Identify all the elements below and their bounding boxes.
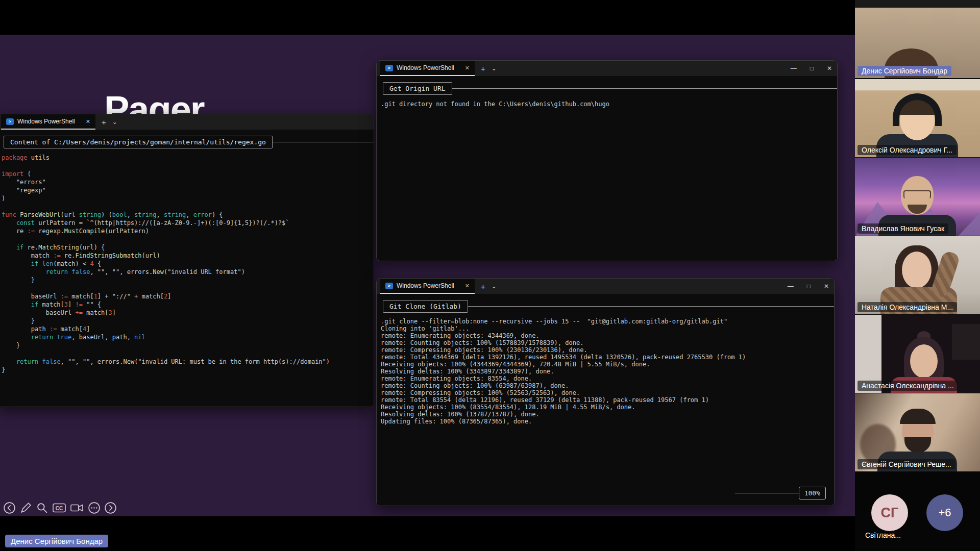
close-button[interactable]: ✕ (824, 283, 829, 290)
section-title-row: Get Origin URL (383, 82, 837, 95)
participant-name-label: Світлана... (865, 531, 901, 539)
terminal-line (2, 284, 374, 292)
zoom-icon[interactable] (36, 502, 48, 514)
terminal-line: remote: Compressing objects: 100% (52563… (381, 389, 834, 396)
more-icon[interactable] (88, 502, 101, 514)
powershell-icon: > (6, 118, 14, 125)
tab-dropdown-icon[interactable]: ⌄ (492, 65, 497, 72)
terminal-line: remote: Counting objects: 100% (1578839/… (381, 339, 834, 346)
terminal-line: re := regexp.MustCompile(urlPattern) (2, 227, 374, 235)
participant-tile[interactable]: Наталія Олександрівна М... (855, 236, 980, 314)
new-tab-button[interactable]: + (481, 282, 485, 291)
terminal-line: if len(match) < 4 { (2, 260, 374, 268)
terminal-line: remote: Compressing objects: 100% (23013… (381, 346, 834, 354)
participants-sidebar: Денис Сергійович Бондар Олексій Олександ… (855, 0, 980, 551)
terminal-line: "errors" (2, 178, 374, 186)
section-title: Git Clone (Gitlab) (383, 300, 468, 313)
terminal-line: remote: Enumerating objects: 83554, done… (381, 375, 834, 382)
terminal-window-origin-url[interactable]: > Windows PowerShell ✕ + ⌄ — □ ✕ Get Ori… (376, 60, 838, 261)
tab-dropdown-icon[interactable]: ⌄ (112, 118, 117, 126)
terminal-line: return false, "", "", errors.New("invali… (2, 268, 374, 276)
cc-icon[interactable]: CC (52, 502, 66, 514)
presenter-name-label: Денис Сергійович Бондар (5, 535, 108, 547)
more-participants-badge[interactable]: +6 (926, 494, 963, 531)
terminal-body: Git Clone (Gitlab) .git clone --filter=b… (377, 294, 834, 506)
section-title-rule (452, 88, 837, 89)
participant-tile[interactable]: Євгеній Сергійович Реше... (855, 393, 980, 471)
progress-percent: 100% (799, 487, 826, 499)
close-button[interactable]: ✕ (827, 65, 832, 72)
terminal-window-git-clone[interactable]: > Windows PowerShell ✕ + ⌄ — □ ✕ Git Clo… (376, 278, 835, 506)
tab-title: Windows PowerShell (397, 282, 454, 289)
minimize-button[interactable]: — (791, 65, 797, 72)
participant-name-label: Денис Сергійович Бондар (857, 66, 951, 76)
git-output: .git clone --filter=blob:none --recursiv… (377, 313, 834, 425)
arrow-right-icon[interactable] (104, 502, 117, 514)
powershell-icon: > (385, 283, 393, 289)
screen-share-area: Pager > Windows PowerShell ✕ + ⌄ Content… (0, 0, 855, 551)
participant-tile[interactable]: Олексій Олександрович Г... (855, 79, 980, 157)
terminal-line: } (2, 341, 374, 349)
terminal-tabbar: > Windows PowerShell ✕ + ⌄ — □ ✕ (377, 61, 837, 76)
minimize-button[interactable]: — (788, 283, 794, 290)
terminal-body: Content of C:/Users/denis/projects/goman… (0, 130, 374, 407)
participant-tile[interactable]: Владислав Янович Гусак (855, 158, 980, 236)
terminal-line: remote: Enumerating objects: 4344369, do… (381, 332, 834, 339)
annotation-toolbar: CC (3, 502, 117, 514)
tab-dropdown-icon[interactable]: ⌄ (492, 283, 497, 290)
participant-name-label: Наталія Олександрівна М... (857, 302, 957, 312)
svg-text:CC: CC (56, 506, 63, 511)
progress-gauge: 100% (735, 487, 826, 499)
tab-close-icon[interactable]: ✕ (465, 283, 470, 289)
participant-name-label: Євгеній Сергійович Реше... (857, 459, 955, 469)
terminal-line: match := re.FindStringSubmatch(url) (2, 252, 374, 260)
tab-title: Windows PowerShell (17, 118, 75, 125)
terminal-line: path := match[4] (2, 325, 374, 333)
section-title-row: Git Clone (Gitlab) (383, 300, 834, 313)
terminal-line (2, 235, 374, 243)
new-tab-button[interactable]: + (481, 64, 485, 73)
arrow-left-icon[interactable] (3, 502, 16, 514)
terminal-line: Resolving deltas: 100% (3343897/3343897)… (381, 368, 834, 375)
terminal-body: Get Origin URL .git directory not found … (377, 76, 837, 261)
terminal-line: Receiving objects: 100% (83554/83554), 1… (381, 404, 834, 411)
terminal-line: .git clone --filter=blob:none --recursiv… (381, 318, 834, 325)
terminal-line: if re.MatchString(url) { (2, 243, 374, 252)
terminal-tab[interactable]: > Windows PowerShell ✕ (380, 61, 475, 76)
pen-icon[interactable] (19, 502, 32, 514)
terminal-line: } (2, 276, 374, 284)
tab-close-icon[interactable]: ✕ (86, 118, 90, 125)
terminal-line: remote: Counting objects: 100% (63987/63… (381, 382, 834, 389)
terminal-line: ) (2, 194, 374, 203)
terminal-line: package utils (2, 154, 374, 162)
new-tab-button[interactable]: + (102, 118, 106, 127)
terminal-tab[interactable]: > Windows PowerShell ✕ (1, 114, 95, 130)
tab-close-icon[interactable]: ✕ (465, 65, 470, 71)
participant-name-label: Олексій Олександрович Г... (857, 145, 957, 155)
terminal-line: remote: Total 83554 (delta 12196), reuse… (381, 396, 834, 404)
maximize-button[interactable]: □ (807, 283, 811, 290)
tab-title: Windows PowerShell (397, 64, 454, 71)
maximize-button[interactable]: □ (810, 65, 814, 72)
participant-avatar[interactable]: СГ (871, 494, 908, 531)
camera-icon[interactable] (70, 502, 84, 514)
terminal-line: "regexp" (2, 186, 374, 194)
powershell-icon: > (385, 65, 393, 71)
progress-gauge-line (735, 493, 799, 493)
terminal-line: Resolving deltas: 100% (13787/13787), do… (381, 411, 834, 418)
terminal-line: baseUrl := match[1] + "://" + match[2] (2, 292, 374, 300)
participant-tile[interactable]: Денис Сергійович Бондар (855, 0, 980, 78)
terminal-tab[interactable]: > Windows PowerShell ✕ (380, 279, 475, 294)
participant-name-label: Анастасія Олександрівна ... (857, 381, 958, 391)
section-title-row: Content of C:/Users/denis/projects/goman… (4, 136, 374, 148)
section-title: Get Origin URL (383, 82, 452, 95)
terminal-line: remote: Total 4344369 (delta 1392126), r… (381, 354, 834, 361)
code-content: package utils import ( "errors" "regexp"… (0, 148, 374, 374)
terminal-line: if match[3] != "" { (2, 300, 374, 309)
terminal-line: return false, "", "", errors.New("invali… (2, 358, 374, 366)
participant-tile[interactable]: Анастасія Олександрівна ... (855, 315, 980, 393)
terminal-output-line: .git directory not found in the C:\Users… (381, 100, 837, 108)
terminal-line: Cloning into 'gitlab'... (381, 325, 834, 332)
terminal-window-code[interactable]: > Windows PowerShell ✕ + ⌄ Content of C:… (0, 114, 374, 407)
terminal-line: } (2, 317, 374, 325)
